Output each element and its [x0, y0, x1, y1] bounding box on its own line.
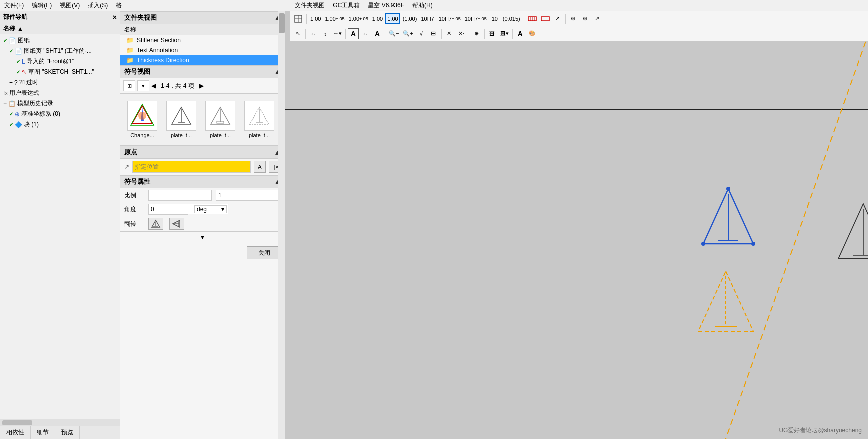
- props-scale-row: 比例 ▾: [120, 188, 285, 202]
- file-panel-scrollbar[interactable]: [279, 13, 285, 33]
- tb2-measure[interactable]: ↔: [308, 28, 319, 39]
- svg-rect-26: [541, 17, 549, 21]
- menu-help[interactable]: 帮助(H): [410, 0, 435, 11]
- tb2-image[interactable]: 🖼: [487, 28, 498, 39]
- tb2-text3[interactable]: A: [372, 28, 383, 39]
- menu-folder-view[interactable]: 文件夹视图: [293, 0, 327, 11]
- svg-point-31: [726, 187, 730, 191]
- tb-btn-circle-x[interactable]: ⊗: [568, 13, 579, 24]
- comp-nav-close[interactable]: ×: [113, 13, 117, 21]
- menu-view[interactable]: 视图(V): [58, 0, 82, 11]
- menu-format[interactable]: 格: [114, 0, 124, 11]
- symbol-view-title: 符号视图: [124, 67, 150, 76]
- symbol-view-btn[interactable]: ⊞: [123, 80, 135, 91]
- triangle-black[interactable]: [836, 201, 868, 268]
- tree-item-block[interactable]: ✔ 🔷 块 (1): [1, 119, 119, 130]
- watermark: UG爱好者论坛@sharyuecheng: [779, 426, 862, 435]
- file-item-1[interactable]: 📁 Text Annotation: [120, 45, 285, 55]
- origin-btn-a[interactable]: A: [254, 161, 266, 173]
- tb-val-5-active[interactable]: 1.00: [385, 13, 400, 24]
- tb2-measure2[interactable]: ↕: [320, 28, 331, 39]
- tb2-cross[interactable]: ✕: [444, 28, 455, 39]
- left-panel-scrollbar[interactable]: [0, 419, 120, 426]
- tb2-cursor[interactable]: ↖: [292, 28, 303, 39]
- angle-unit-dropdown[interactable]: ▾: [219, 206, 226, 213]
- tree-item-drawing[interactable]: ✔ 📄 图纸: [1, 35, 119, 46]
- tb2-image2[interactable]: 🖼▾: [499, 28, 510, 39]
- origin-title: 原点: [124, 148, 137, 157]
- tree-item-sht1[interactable]: ✔ 📄 图纸页 "SHT1" (工作的-...: [1, 46, 119, 56]
- tb-btn-more[interactable]: ⋯: [607, 13, 618, 24]
- tb2-text2[interactable]: ↔: [360, 28, 371, 39]
- tree-item-front[interactable]: ✔ L 导入的 "Front@1": [1, 56, 119, 67]
- tb-btn-circle-x2[interactable]: ⊗: [580, 13, 591, 24]
- tb-btn-red-ruler[interactable]: [526, 13, 538, 24]
- tree-item-coord[interactable]: ✔ ⊕ 基准坐标系 (0): [1, 109, 119, 119]
- symbol-view-dropdown[interactable]: ▾: [137, 80, 149, 91]
- comp-nav-title: 部件导航: [3, 13, 27, 21]
- sort-icon[interactable]: ▲: [17, 25, 23, 32]
- sym-thumb-0[interactable]: Change...: [124, 98, 160, 141]
- tb2-zoom-out[interactable]: 🔍−: [387, 28, 400, 39]
- close-button[interactable]: 关闭: [247, 246, 282, 259]
- sym-thumb-label-1: plate_t...: [166, 132, 196, 138]
- tree-area: ✔ 📄 图纸 ✔ 📄 图纸页 "SHT1" (工作的-... ✔ L 导入的 "…: [0, 34, 120, 419]
- tree-label-outdated: ?⃝ 过时: [19, 78, 38, 87]
- tree-item-userexpr[interactable]: fx 用户表达式: [1, 88, 119, 98]
- toolbar2: ↖ ↔ ↕ ↔▾ A ↔ A 🔍− 🔍+ √ ⊞ ✕ ✕· ⊕ 🖼 🖼▾ A 🎨…: [290, 26, 868, 41]
- tb2-text[interactable]: A: [348, 28, 359, 39]
- sym-thumb-1[interactable]: plate_t...: [163, 98, 199, 141]
- tb2-fit[interactable]: √: [416, 28, 427, 39]
- tree-item-outdated[interactable]: + ? ?⃝ 过时: [1, 77, 119, 88]
- svg-point-32: [701, 242, 705, 246]
- sym-thumb-2[interactable]: plate_t...: [202, 98, 238, 141]
- symbol-prev[interactable]: ◀: [151, 82, 156, 89]
- flip-v-btn[interactable]: [148, 218, 163, 230]
- tb-val-10h7-2: 10H7±.05: [437, 13, 462, 24]
- menu-version: 星空 V6.936F: [366, 0, 406, 11]
- tab-dependency[interactable]: 相依性: [0, 426, 31, 439]
- folder-view-header: 文件夹视图 ▲: [120, 11, 285, 24]
- menu-insert[interactable]: 插入(S): [86, 0, 110, 11]
- tree-label-drawing: 图纸: [18, 36, 30, 45]
- tb-btn-red-ruler2[interactable]: [539, 13, 551, 24]
- menu-edit[interactable]: 编辑(E): [30, 0, 54, 11]
- tab-detail[interactable]: 细节: [31, 426, 55, 439]
- file-item-0[interactable]: 📁 Stiffener Section: [120, 35, 285, 45]
- tree-item-history[interactable]: − 📋 模型历史记录: [1, 98, 119, 109]
- menu-file[interactable]: 文件(F): [2, 0, 26, 11]
- tb2-color[interactable]: 🎨: [527, 28, 538, 39]
- triangle-blue[interactable]: [701, 186, 756, 253]
- name-col-label: 名称: [3, 24, 15, 33]
- tb2-more[interactable]: ⋯: [539, 28, 550, 39]
- props-scale-input[interactable]: [148, 190, 212, 201]
- tree-item-sketch[interactable]: ✔ ⛏ 草图 "SKETCH_SHT1...": [1, 67, 119, 77]
- file-item-2[interactable]: 📁 Thickness Direction: [120, 55, 285, 65]
- tb2-cross2[interactable]: ✕·: [456, 28, 467, 39]
- tab-preview[interactable]: 预览: [55, 426, 80, 439]
- canvas-area[interactable]: UG爱好者论坛@sharyuecheng: [285, 41, 868, 439]
- tb2-view[interactable]: ⊞: [428, 28, 439, 39]
- tree-label-history: 模型历史记录: [17, 99, 53, 108]
- expand-arrow-icon[interactable]: ▼: [200, 234, 206, 241]
- folder-icon-1: 📁: [126, 47, 134, 54]
- menu-gc-tools[interactable]: GC工具箱: [331, 0, 362, 11]
- props-section: 符号属性 ▲ 比例 ▾ 角度 deg ▾ 翻转: [120, 175, 285, 231]
- tb2-measure3[interactable]: ↔▾: [332, 28, 343, 39]
- flip-h-btn[interactable]: [169, 218, 184, 230]
- symbol-section: 符号视图 ▲ ⊞ ▾ ◀ 1-4，共 4 项 ▶ Chang: [120, 65, 285, 145]
- tb-btn-ref[interactable]: [292, 13, 304, 24]
- tb-btn-arrow-up[interactable]: ↗: [592, 13, 603, 24]
- tb2-zoom-in[interactable]: 🔍+: [401, 28, 414, 39]
- symbol-next[interactable]: ▶: [199, 82, 204, 89]
- triangle-orange[interactable]: [696, 269, 756, 340]
- tb2-font[interactable]: A: [515, 28, 526, 39]
- scroll-thumb[interactable]: [2, 420, 32, 425]
- close-section: 关闭: [120, 243, 285, 262]
- file-panel: 文件夹视图 ▲ 名称 📁 Stiffener Section 📁 Text An…: [120, 11, 285, 439]
- tb-btn-arrow[interactable]: ↗: [552, 13, 563, 24]
- origin-position-input[interactable]: [132, 161, 251, 173]
- tb-val-10h7: 10H7: [419, 13, 436, 24]
- sym-thumb-3[interactable]: plate_t...: [241, 98, 277, 141]
- tb2-crosshair[interactable]: ⊕: [471, 28, 482, 39]
